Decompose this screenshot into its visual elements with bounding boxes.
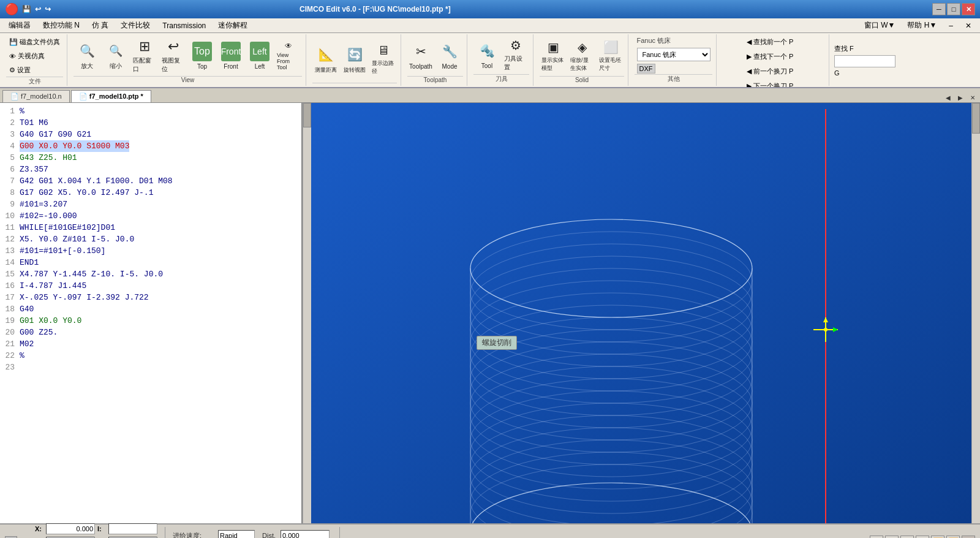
scroll-thumb[interactable] bbox=[303, 103, 311, 127]
line-text[interactable]: G01 X0.0 Y0.0 bbox=[20, 315, 81, 327]
ribbon-group-find: ◀ 查找前一个 P ▶ 查找下一个 P ◀ 前一个换刀 P ▶ 下一个换刀 P … bbox=[719, 34, 829, 86]
viewport-scrollbar[interactable] bbox=[971, 103, 980, 523]
step-back-button[interactable]: ⏪ bbox=[931, 536, 944, 538]
zoom-out-button[interactable]: 🔍 缩小 bbox=[102, 39, 129, 73]
line-text[interactable]: % bbox=[20, 350, 24, 362]
tool-icon: 🔩 bbox=[477, 41, 497, 61]
editor-scrollbar[interactable] bbox=[303, 103, 311, 523]
left-view-button[interactable]: Left Left bbox=[246, 39, 273, 73]
line-number: 17 bbox=[2, 292, 15, 303]
disk-sim-button[interactable]: 💾 磁盘文件仿真 bbox=[6, 36, 63, 48]
minimize-button[interactable]: ─ bbox=[932, 3, 946, 15]
show-edges-button[interactable]: 🖥 显示边路径 bbox=[370, 42, 397, 77]
menu-mini-program[interactable]: 迷你解程 bbox=[212, 19, 254, 32]
maximize-button[interactable]: □ bbox=[947, 3, 960, 15]
tab-nc-file[interactable]: 📄 f7_model10.n bbox=[2, 90, 70, 102]
line-text[interactable]: G17 G02 X5. Y0.0 I2.497 J-.1 bbox=[20, 187, 153, 199]
next-tool-change-button[interactable]: ▶ 下一个换刀 P bbox=[744, 80, 804, 88]
menu-minimize2[interactable]: – bbox=[943, 20, 959, 31]
x-input[interactable] bbox=[46, 523, 95, 534]
line-text[interactable]: G42 G01 X.004 Y.1 F1000. D01 M08 bbox=[20, 175, 173, 187]
top-view-button[interactable]: Top Top bbox=[189, 39, 216, 73]
ribbon: 💾 磁盘文件仿真 👁 关视仿真 ⚙ 设置 文件 🔍 放大 bbox=[0, 33, 980, 88]
line-text[interactable]: I-4.787 J1.445 bbox=[20, 280, 86, 292]
viewport-3d[interactable]: 螺旋切削 bbox=[311, 103, 980, 523]
search-input[interactable] bbox=[834, 55, 895, 67]
menu-close2[interactable]: ✕ bbox=[959, 20, 978, 31]
line-text[interactable]: END1 bbox=[20, 257, 39, 268]
line-text[interactable]: #101=#101+[-0.150] bbox=[20, 245, 105, 257]
rotate-view-button[interactable]: 🔄 旋转视图 bbox=[341, 42, 368, 77]
reset-view-button[interactable]: ↩ 视图复位 bbox=[160, 39, 187, 73]
line-text[interactable]: G43 Z25. H01 bbox=[20, 152, 77, 164]
stock-size-button[interactable]: ⬜ 设置毛坯尺寸 bbox=[597, 39, 624, 73]
fit-window-button[interactable]: ⊞ 匹配窗口 bbox=[131, 39, 158, 73]
line-text[interactable]: X4.787 Y-1.445 Z-10. I-5. J0.0 bbox=[20, 268, 163, 280]
step-forward-button[interactable]: ⏩ bbox=[946, 536, 960, 538]
front-view-button[interactable]: Front Front bbox=[217, 39, 244, 73]
viewport-scroll-thumb[interactable] bbox=[972, 103, 980, 134]
measure-distance-button[interactable]: 📐 测量距离 bbox=[312, 42, 339, 77]
zoom-in-button[interactable]: 🔍 放大 bbox=[74, 39, 100, 73]
i-input[interactable] bbox=[108, 523, 157, 534]
line-text[interactable]: Z3.357 bbox=[20, 164, 48, 175]
menu-transmission[interactable]: Transmission bbox=[156, 20, 212, 31]
line-text[interactable]: M02 bbox=[20, 338, 34, 350]
close-button[interactable]: ✕ bbox=[962, 3, 975, 15]
line-text[interactable]: G40 bbox=[20, 303, 34, 315]
fanuc-dropdown[interactable]: Fanuc 铣床 bbox=[637, 48, 710, 61]
close-sim-button[interactable]: 👁 关视仿真 bbox=[6, 50, 63, 63]
play-forward-button[interactable]: ⏭ bbox=[916, 536, 929, 538]
menu-window[interactable]: 窗口 W▼ bbox=[858, 19, 902, 32]
feed-info: 进给速度: Rapid Dist. 0.000 刀具: T01 Total: 3… bbox=[173, 530, 332, 538]
view-group-label: View bbox=[74, 76, 302, 85]
menu-editor[interactable]: 编辑器 bbox=[2, 19, 37, 32]
mode-button[interactable]: 🔧 Mode bbox=[436, 39, 463, 73]
quick-redo-icon[interactable]: ↪ bbox=[45, 5, 51, 13]
menu-help[interactable]: 帮助 H▼ bbox=[901, 19, 943, 32]
find-next-p-button[interactable]: ▶ 查找下一个 P bbox=[744, 50, 804, 63]
zoom-solid-button[interactable]: ◈ 缩放/显生实体 bbox=[568, 39, 595, 73]
settings-button[interactable]: ⚙ 设置 bbox=[6, 64, 63, 77]
menu-file-compare[interactable]: 文件比较 bbox=[115, 19, 156, 32]
tool-settings-button[interactable]: ⚙ 刀具设置 bbox=[502, 38, 529, 72]
line-text[interactable]: G40 G17 G90 G21 bbox=[20, 129, 91, 140]
code-line: 7G42 G01 X.004 Y.1 F1000. D01 M08 bbox=[2, 175, 299, 187]
tool-button[interactable]: 🔩 Tool bbox=[473, 38, 500, 72]
view-from-tool-button[interactable]: 👁 View From Tool bbox=[275, 39, 302, 73]
code-line: 10#102=-10.000 bbox=[2, 210, 299, 222]
window-controls: ─ □ ✕ bbox=[932, 3, 975, 15]
playback-controls: ⏮ ⏹ ▶ ⏭ ⏪ ⏩ ⚙ bbox=[500, 536, 975, 538]
line-text[interactable]: G00 Z25. bbox=[20, 327, 58, 338]
tab-right-arrow[interactable]: ▶ bbox=[956, 93, 965, 102]
menu-nc-functions[interactable]: 数控功能 N bbox=[37, 19, 86, 32]
tab-left-arrow[interactable]: ◀ bbox=[943, 93, 953, 102]
tab-close[interactable]: ✕ bbox=[968, 93, 978, 102]
line-text[interactable]: X5. Y0.0 Z#101 I-5. J0.0 bbox=[20, 233, 134, 245]
play-back-button[interactable]: ⏮ bbox=[870, 536, 883, 538]
line-text[interactable]: X-.025 Y-.097 I-2.392 J.722 bbox=[20, 292, 149, 303]
prev-tool-change-button[interactable]: ◀ 前一个换刀 P bbox=[744, 65, 804, 78]
toolpath-button[interactable]: ✂ Toolpath bbox=[407, 39, 434, 73]
feed-row: 进给速度: Rapid Dist. 0.000 bbox=[173, 530, 332, 538]
line-text[interactable]: G00 X0.0 Y0.0 S1000 M03 bbox=[20, 140, 129, 152]
show-solid-button[interactable]: ▣ 显示实体模型 bbox=[540, 39, 567, 73]
tab-ptp-file[interactable]: 📄 f7_model10.ptp * bbox=[71, 90, 151, 102]
quick-save-icon[interactable]: 💾 bbox=[22, 5, 31, 13]
quick-undo-icon[interactable]: ↩ bbox=[35, 5, 41, 13]
code-line: 12X5. Y0.0 Z#101 I-5. J0.0 bbox=[2, 233, 299, 245]
play-button[interactable]: ▶ bbox=[900, 536, 914, 538]
settings-small-button[interactable]: ⚙ bbox=[962, 536, 975, 538]
line-text[interactable]: % bbox=[20, 105, 24, 117]
find-prev-p-button[interactable]: ◀ 查找前一个 P bbox=[744, 36, 804, 48]
line-text[interactable]: WHILE[#101GE#102]D01 bbox=[20, 222, 115, 233]
line-number: 6 bbox=[2, 164, 15, 175]
line-text[interactable]: #102=-10.000 bbox=[20, 210, 77, 222]
stop-button[interactable]: ⏹ bbox=[885, 536, 899, 538]
line-text[interactable]: T01 M6 bbox=[20, 117, 48, 129]
front-icon: Front bbox=[221, 42, 241, 61]
menu-simulation[interactable]: 仿 真 bbox=[86, 19, 115, 32]
line-text[interactable]: #101=3.207 bbox=[20, 199, 67, 210]
line-number: 20 bbox=[2, 327, 15, 338]
gear-icon: ⚙ bbox=[9, 66, 15, 74]
